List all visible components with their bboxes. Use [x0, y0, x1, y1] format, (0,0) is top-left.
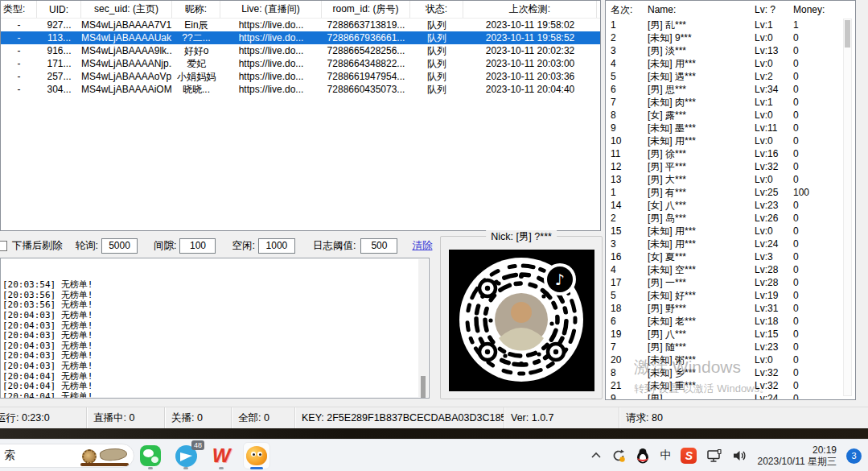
- live-table-header: 类型:UID:sec_uid: (主页)昵称:Live: (直播间)room_i…: [1, 1, 600, 19]
- ranking-column-header[interactable]: Name:: [648, 4, 755, 15]
- log-scrollbar-thumb[interactable]: [421, 376, 426, 399]
- ranking-row[interactable]: 13[男] 大***Lv:00: [606, 173, 855, 186]
- ranking-row[interactable]: 3[未知] 用***Lv:240: [606, 238, 855, 250]
- ranking-row[interactable]: 2[男] 岛***Lv:260: [606, 212, 855, 225]
- gap-input[interactable]: [179, 238, 216, 254]
- cell-rank: 14: [611, 200, 648, 211]
- column-header[interactable]: 状态:: [410, 1, 463, 18]
- table-row[interactable]: -927...MS4wLjABAAAA7V1...Ein辰https://liv…: [1, 19, 600, 31]
- sogou-input-icon[interactable]: S: [681, 448, 697, 464]
- taskbar-wps-button[interactable]: W: [208, 442, 235, 469]
- taskbar-wechat-button[interactable]: [137, 442, 164, 469]
- ranking-row[interactable]: 10[未知] 用***Lv:00: [606, 134, 855, 147]
- ranking-row[interactable]: 7[男] 随***Lv:230: [606, 341, 855, 353]
- taskbar-active-app-button[interactable]: [243, 442, 270, 469]
- column-header[interactable]: 昵称:: [172, 1, 220, 18]
- status-item: 运行: 0:23:0: [0, 407, 87, 428]
- ranking-row[interactable]: 1[男] 有***Lv:25100: [606, 186, 855, 199]
- cell-name: [女] 八***: [648, 199, 755, 213]
- ranking-row[interactable]: 3[男] 淡***Lv:130: [606, 44, 855, 57]
- table-row[interactable]: -171...MS4wLjABAAAANjp...爱妃https://live.…: [1, 57, 600, 70]
- column-header[interactable]: UID:: [37, 1, 81, 18]
- cell-name: [男] 岛***: [648, 212, 755, 225]
- taskbar-app-icons: 48 W: [137, 440, 270, 471]
- running-indicator: [183, 467, 188, 469]
- ranking-row[interactable]: 2[未知] 9***Lv:00: [606, 31, 855, 44]
- tray-overflow-chevron-icon[interactable]: [590, 452, 602, 460]
- cell-money: 0: [793, 84, 835, 95]
- ranking-row[interactable]: 5[未知] 遇***Lv:20: [606, 70, 855, 83]
- ranking-column-header[interactable]: 名次:: [611, 3, 648, 17]
- ranking-row[interactable]: 12[男] 平***Lv:320: [606, 160, 855, 173]
- ranking-row[interactable]: 18[男] 野***Lv:310: [606, 302, 855, 315]
- clear-log-link[interactable]: 清除: [412, 239, 432, 253]
- ranking-row[interactable]: 14[女] 八***Lv:230: [606, 199, 855, 212]
- ime-language-indicator[interactable]: 中: [660, 448, 671, 463]
- cell-money: 0: [793, 367, 835, 378]
- table-row[interactable]: -257...MS4wLjABAAAAoVp...小娟妈妈https://liv…: [1, 70, 600, 83]
- ranking-scrollbar-thumb[interactable]: [845, 20, 850, 48]
- ranking-row[interactable]: 6[未知] 老***Lv:180: [606, 315, 855, 328]
- ranking-row[interactable]: 9[未知] 墨***Lv:110: [606, 122, 855, 134]
- ranking-row[interactable]: 9[男] ...Lv:240: [606, 392, 855, 400]
- search-input[interactable]: 索: [0, 444, 134, 468]
- cell-rank: 17: [611, 277, 648, 288]
- remove-after-offline-checkbox[interactable]: [0, 241, 7, 251]
- table-row[interactable]: -916...MS4wLjABAAAA9lk...好好ohttps://live…: [1, 44, 600, 57]
- bing-highlight-image[interactable]: [80, 446, 130, 467]
- status-text: 直播中: 0: [93, 411, 134, 425]
- ranking-row[interactable]: 17[男] 一***Lv:280: [606, 276, 855, 289]
- cell-money: 0: [793, 303, 835, 314]
- ranking-column-header[interactable]: Money:: [793, 4, 835, 15]
- ranking-row[interactable]: 6[男] 思***Lv:340: [606, 83, 855, 96]
- network-display-icon[interactable]: [706, 449, 722, 463]
- taskbar-clock[interactable]: 20:19 2023/10/11 星期三: [757, 444, 837, 467]
- column-header[interactable]: 上次检测:: [463, 1, 597, 18]
- cell-level: Lv:0: [755, 58, 793, 69]
- cell-level: Lv:0: [755, 135, 793, 147]
- log-scrollbar[interactable]: [418, 259, 428, 397]
- column-header[interactable]: Live: (直播间): [220, 1, 322, 18]
- ranking-row[interactable]: 4[未知] 用***Lv:00: [606, 57, 855, 70]
- ranking-column-header[interactable]: Lv: ?: [755, 4, 793, 15]
- ranking-row[interactable]: 7[未知] 肉***Lv:10: [606, 96, 855, 109]
- ranking-row[interactable]: 1[男] 乱***Lv:11: [606, 19, 855, 31]
- ranking-row[interactable]: 8[未知] 乡***Lv:320: [606, 366, 855, 379]
- column-header[interactable]: 类型:: [1, 1, 37, 18]
- cell-nick: Ein辰: [172, 19, 220, 32]
- ranking-scrollbar[interactable]: [843, 19, 852, 396]
- ranking-row[interactable]: 19[男] 八***Lv:150: [606, 328, 855, 341]
- status-text: 关播: 0: [171, 411, 203, 425]
- cell-uid: 927...: [37, 19, 81, 31]
- cell-last_check: 2023-10-11 20:03:00: [463, 58, 597, 69]
- ranking-row[interactable]: 21[未知] 重***Lv:320: [606, 379, 855, 392]
- volume-icon[interactable]: [732, 449, 747, 462]
- controls-bar: 下播后剔除 轮询: 间隙: 空闲: 日志阈值: 清除: [0, 235, 438, 256]
- ranking-row[interactable]: 8[女] 露***Lv:00: [606, 109, 855, 122]
- ranking-row[interactable]: 16[女] 夏***Lv:30: [606, 250, 855, 263]
- column-header[interactable]: room_id: (房号): [322, 1, 410, 18]
- cell-money: 0: [793, 264, 835, 275]
- poll-input[interactable]: [101, 238, 138, 254]
- column-header[interactable]: sec_uid: (主页): [81, 1, 172, 18]
- status-bar: 运行: 0:23:0直播中: 0关播: 0全部: 0KEY: 2F5E289F1…: [0, 407, 868, 428]
- table-row[interactable]: -304...MS4wLjABAAAAiOM...晓晓...https://li…: [1, 83, 600, 96]
- cell-name: [男] 野***: [648, 302, 755, 316]
- cell-rank: 21: [611, 380, 648, 391]
- log-threshold-input[interactable]: [360, 238, 397, 254]
- notification-count-badge[interactable]: 3: [846, 448, 862, 464]
- ranking-row[interactable]: 5[未知] 好***Lv:190: [606, 289, 855, 302]
- log-output[interactable]: [20:03:54] 无榜单![20:03:56] 无榜单![20:03:56]…: [0, 258, 430, 399]
- sync-icon[interactable]: [611, 448, 626, 463]
- qq-icon[interactable]: [636, 448, 650, 464]
- table-row[interactable]: -113...MS4wLjABAAAAUak...??二...https://l…: [1, 31, 600, 44]
- ranking-row[interactable]: 15[未知] 用***Lv:00: [606, 225, 855, 238]
- taskbar-telegram-button[interactable]: 48: [172, 442, 200, 469]
- ranking-row[interactable]: 11[男] 徐***Lv:160: [606, 147, 855, 160]
- ranking-row[interactable]: 4[未知] 空***Lv:280: [606, 263, 855, 276]
- ranking-row[interactable]: 20[未知] 粥***Lv:00: [606, 353, 855, 366]
- cell-money: 0: [793, 316, 835, 327]
- idle-input[interactable]: [258, 238, 295, 254]
- log-threshold-label: 日志阈值:: [313, 239, 356, 253]
- cell-rank: 8: [611, 109, 648, 121]
